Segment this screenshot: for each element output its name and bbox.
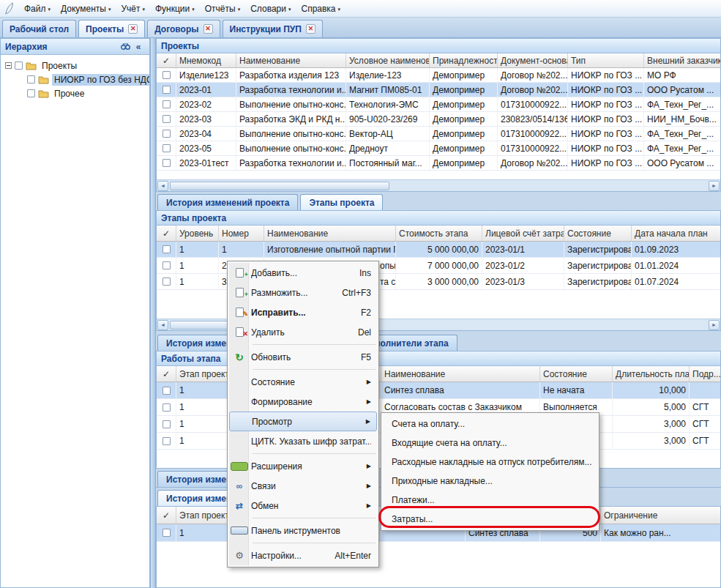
context-menu-item[interactable]: ∞Связи▶ [229, 476, 377, 496]
row-checkbox[interactable] [162, 245, 171, 253]
column-header[interactable]: Длительность план▼ [613, 366, 690, 382]
scroll-right-icon[interactable]: ► [709, 181, 720, 191]
dropdown-arrow-icon: ▾ [192, 5, 195, 12]
menubar-item[interactable]: Учёт▾ [116, 1, 150, 16]
context-menu-item[interactable]: ЦИТК. Указать шифр затрат... [229, 431, 377, 451]
context-menu-item[interactable]: ↻ОбновитьF5 [229, 347, 377, 367]
tab-close-icon[interactable]: ✕ [203, 24, 213, 34]
tree-item[interactable]: Проекты [2, 59, 148, 72]
column-header[interactable]: Условное наименова [346, 53, 430, 67]
row-checkbox[interactable] [162, 144, 171, 152]
submenu-item[interactable]: Входящие счета на оплату... [381, 433, 599, 453]
cell: 1 [176, 242, 219, 257]
row-checkbox[interactable] [162, 529, 171, 537]
cell: Изделие123 [176, 68, 236, 82]
context-menu-item[interactable]: Панель инструментов [229, 521, 377, 540]
column-header[interactable]: Состояние [540, 366, 613, 382]
table-row[interactable]: Изделие123Разработка изделия 123Изделие-… [157, 68, 720, 83]
row-checkbox[interactable] [162, 159, 171, 167]
column-header[interactable]: Лицевой счёт затрат. [482, 226, 564, 241]
context-menu-item[interactable]: Просмотр▶ [229, 412, 377, 431]
column-header[interactable]: Документ-основан [498, 53, 568, 67]
cell: Выполнение опытно-конс... [236, 97, 346, 111]
menubar-item[interactable]: Словари▾ [245, 1, 296, 16]
row-checkbox[interactable] [162, 278, 171, 286]
menubar-item[interactable]: Справка▾ [296, 1, 345, 16]
menubar-item[interactable]: Отчёты▾ [200, 1, 245, 16]
column-header[interactable]: Принадлежность [430, 53, 498, 67]
column-header[interactable]: Дата начала план [632, 226, 720, 241]
submenu-item[interactable]: Расходные накладные на отпуск потребител… [381, 453, 599, 472]
column-header[interactable]: Наименование [381, 366, 540, 382]
column-header[interactable]: Состояние [564, 226, 632, 241]
panel-tab[interactable]: История изменений проекта [157, 194, 298, 210]
document-tab[interactable]: Рабочий стол [2, 20, 76, 37]
projects-hscrollbar[interactable]: ◄ ► [157, 179, 720, 191]
table-row[interactable]: 2023-05Выполнение опытно-конс...Дредноут… [157, 141, 720, 156]
column-header[interactable]: Ограничение [601, 507, 720, 524]
collapse-panel-icon[interactable]: « [132, 41, 145, 53]
column-header[interactable]: Уровень [176, 226, 219, 241]
tree-checkbox[interactable] [27, 75, 35, 83]
submenu-item[interactable]: Платежи... [381, 491, 599, 510]
context-menu-item[interactable]: +Размножить...Ctrl+F3 [229, 283, 377, 302]
column-header[interactable]: Наименование [236, 53, 346, 67]
table-row[interactable]: 2023-01тестРазработка технологии и...Пос… [157, 156, 720, 171]
search-tree-icon[interactable] [119, 41, 132, 53]
column-header[interactable]: Тип [568, 53, 644, 67]
context-menu-item[interactable]: ⇄Обмен▶ [229, 496, 377, 516]
column-header[interactable]: Номер [219, 226, 264, 241]
column-header[interactable]: Наименование [264, 226, 396, 241]
context-menu-item[interactable]: Формирование▶ [229, 392, 377, 412]
cell: Разработка изделия 123 [236, 68, 346, 82]
tree-item[interactable]: НИОКР по ГОЗ без НДС [2, 72, 148, 86]
column-header[interactable]: Внешний заказчик [644, 53, 720, 67]
row-checkbox[interactable] [162, 387, 171, 395]
row-checkbox[interactable] [162, 130, 171, 138]
row-checkbox[interactable] [162, 261, 171, 269]
context-menu-item[interactable]: Расширения▶ [229, 456, 377, 476]
tree-item[interactable]: Прочее [2, 86, 148, 100]
column-header[interactable]: Стоимость этапа [396, 226, 482, 241]
table-row[interactable]: 2023-03Разработка ЭКД и РКД н...905-U020… [157, 112, 720, 127]
row-checkbox[interactable] [162, 86, 171, 94]
column-header[interactable]: Подр... [690, 366, 720, 382]
table-row[interactable]: 2023-04Выполнение опытно-конс...Вектор-А… [157, 127, 720, 141]
context-menu-item[interactable]: Состояние▶ [229, 372, 377, 392]
row-checkbox[interactable] [162, 115, 171, 123]
document-tab[interactable]: Проекты✕ [78, 20, 145, 37]
context-menu-item[interactable]: +Добавить...Ins [229, 263, 377, 283]
tab-close-icon[interactable]: ✕ [128, 24, 138, 34]
tree-checkbox[interactable] [15, 62, 23, 70]
row-checkbox[interactable] [162, 100, 171, 108]
document-tab[interactable]: Инструкции ПУП✕ [223, 20, 323, 37]
scroll-right-icon[interactable]: ► [709, 320, 720, 330]
tab-close-icon[interactable]: ✕ [306, 24, 315, 34]
document-tab[interactable]: Договоры✕ [147, 20, 220, 37]
table-row[interactable]: 11Изготовление опытной партии ПМ0...5 00… [157, 242, 720, 258]
submenu-item[interactable]: Приходные накладные... [381, 472, 599, 491]
menubar-item[interactable]: Функции▾ [150, 1, 200, 16]
context-menu-item[interactable]: ✕УдалитьDel [229, 322, 377, 342]
panel-splitter[interactable] [150, 38, 156, 588]
row-checkbox[interactable] [162, 71, 171, 79]
row-checkbox[interactable] [162, 420, 171, 428]
row-checkbox[interactable] [162, 437, 171, 445]
context-menu-item[interactable]: ✎Исправить...F2 [229, 302, 377, 322]
column-header-label: Этап проекта [179, 369, 234, 379]
column-header[interactable]: Мнемокод [176, 53, 236, 67]
menubar-item[interactable]: Файл▾ [19, 1, 56, 16]
scroll-thumb[interactable] [170, 182, 389, 190]
tree-collapse-icon[interactable] [5, 62, 12, 69]
tree-checkbox[interactable] [27, 89, 35, 97]
table-row[interactable]: 2023-02Выполнение опытно-конс...Технолог… [157, 97, 720, 112]
submenu-item[interactable]: Счета на оплату... [381, 414, 599, 433]
scroll-left-icon[interactable]: ◄ [157, 320, 168, 330]
table-row[interactable]: 2023-01Разработка технологии и...Магнит … [157, 83, 720, 97]
panel-tab[interactable]: Этапы проекта [300, 194, 383, 210]
row-checkbox[interactable] [162, 403, 171, 412]
context-menu-item[interactable]: ⚙Настройки...Alt+Enter [229, 546, 377, 565]
submenu-item[interactable]: Затраты... [381, 510, 599, 529]
menubar-item[interactable]: Документы▾ [56, 1, 116, 16]
scroll-left-icon[interactable]: ◄ [157, 181, 168, 191]
